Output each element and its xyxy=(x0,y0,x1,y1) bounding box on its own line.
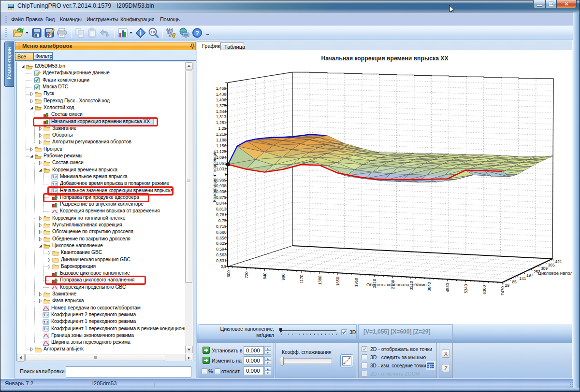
svg-text:0,875: 0,875 xyxy=(216,195,227,200)
svg-text:1380: 1380 xyxy=(318,276,322,285)
svg-text:1,031: 1,031 xyxy=(216,167,227,171)
svg-text:10: 10 xyxy=(151,30,155,34)
svg-text:421: 421 xyxy=(555,259,562,264)
svg-text:720: 720 xyxy=(244,271,249,278)
svg-text:1650: 1650 xyxy=(335,277,340,286)
svg-text:0,844: 0,844 xyxy=(216,201,227,206)
svg-text:1,25: 1,25 xyxy=(218,126,227,131)
svg-text:197: 197 xyxy=(526,273,533,278)
svg-text:1,375: 1,375 xyxy=(216,103,227,108)
svg-text:365: 365 xyxy=(548,263,555,267)
svg-text:1,219: 1,219 xyxy=(216,132,227,137)
svg-text:29: 29 xyxy=(505,283,510,288)
svg-text:0,813: 0,813 xyxy=(216,207,227,211)
svg-text:309: 309 xyxy=(541,266,548,271)
svg-text:1.2: 1.2 xyxy=(44,327,48,331)
svg-text:1.2: 1.2 xyxy=(44,313,48,317)
svg-text:1,313: 1,313 xyxy=(216,114,227,119)
svg-text:0,656: 0,656 xyxy=(216,236,227,240)
svg-text:0,531: 0,531 xyxy=(216,258,227,263)
svg-text:Цикловое наполн: Цикловое наполн xyxy=(538,270,575,276)
svg-text:0,719: 0,719 xyxy=(216,224,227,229)
svg-text:4530: 4530 xyxy=(445,283,450,292)
svg-text:840: 840 xyxy=(262,272,267,279)
svg-text:Коэффициент коррекции: Коэффициент коррекции xyxy=(212,151,217,202)
svg-text:1,063: 1,063 xyxy=(216,161,227,166)
svg-text:3840: 3840 xyxy=(427,282,432,291)
svg-text:85: 85 xyxy=(512,280,517,284)
svg-text:141: 141 xyxy=(519,276,526,281)
svg-text:0,688: 0,688 xyxy=(216,230,227,235)
svg-text:5340: 5340 xyxy=(464,284,468,293)
svg-text:0,906: 0,906 xyxy=(216,189,227,194)
svg-text:1.2: 1.2 xyxy=(52,175,57,179)
svg-text:1.2: 1.2 xyxy=(44,320,48,324)
svg-text:1,438: 1,438 xyxy=(216,92,227,97)
svg-text:1,094: 1,094 xyxy=(216,155,227,160)
svg-text:1.2: 1.2 xyxy=(52,182,57,186)
svg-text:?: ? xyxy=(195,29,199,37)
svg-text:1,156: 1,156 xyxy=(216,143,227,148)
svg-text:1,188: 1,188 xyxy=(216,138,227,142)
svg-text:0,781: 0,781 xyxy=(216,212,227,217)
svg-text:1,125: 1,125 xyxy=(216,149,227,154)
svg-text:0,625: 0,625 xyxy=(216,241,227,246)
svg-text:0,563: 0,563 xyxy=(216,252,227,257)
svg-text:1: 1 xyxy=(224,172,226,177)
svg-text:600: 600 xyxy=(226,270,231,277)
svg-text:1950: 1950 xyxy=(354,278,359,287)
svg-text:1,281: 1,281 xyxy=(216,120,227,125)
svg-text:990: 990 xyxy=(281,273,286,280)
svg-text:0,5: 0,5 xyxy=(221,264,227,269)
svg-text:7470: 7470 xyxy=(500,286,505,295)
svg-text:Обороты коленвала, об/мин: Обороты коленвала, об/мин xyxy=(366,282,426,287)
svg-text:0,969: 0,969 xyxy=(216,178,227,182)
svg-text:1,469: 1,469 xyxy=(216,86,227,91)
svg-text:1,344: 1,344 xyxy=(216,109,227,114)
svg-text:1,406: 1,406 xyxy=(216,98,227,102)
svg-text:1170: 1170 xyxy=(299,275,304,284)
svg-text:0,594: 0,594 xyxy=(216,247,227,252)
svg-text:0,938: 0,938 xyxy=(216,183,227,188)
svg-text:0,75: 0,75 xyxy=(218,218,227,223)
svg-text:Начальная коррекция времени вп: Начальная коррекция времени впрыска XX xyxy=(321,55,449,62)
svg-text:6300: 6300 xyxy=(482,285,487,294)
